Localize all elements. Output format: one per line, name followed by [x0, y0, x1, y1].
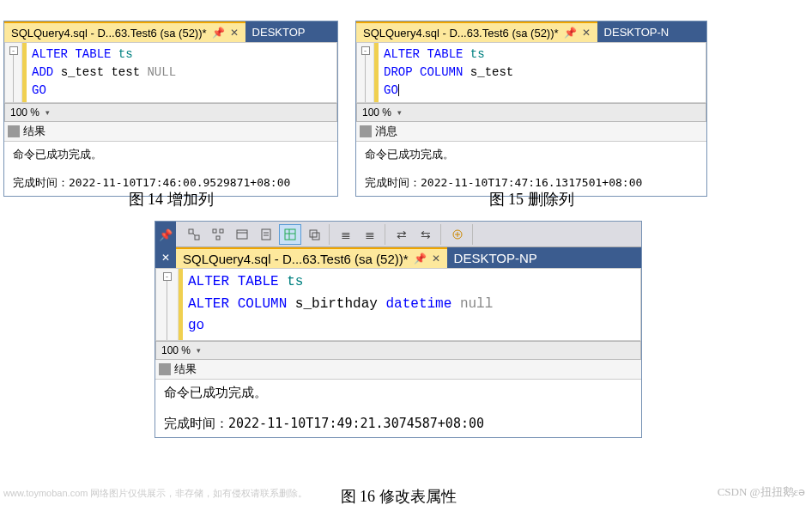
- message-text: 命令已成功完成。: [164, 385, 633, 401]
- zoom-control[interactable]: 100 % ▾: [357, 106, 409, 119]
- results-header: 消息: [356, 122, 706, 142]
- svg-rect-5: [216, 236, 220, 240]
- script-icon[interactable]: [255, 224, 277, 245]
- collapse-icon[interactable]: -: [163, 272, 172, 281]
- collapse-icon[interactable]: -: [361, 46, 370, 55]
- tab-active[interactable]: SQLQuery4.sql - D...63.Test6 (sa (52))* …: [356, 21, 597, 42]
- window-icon[interactable]: [231, 224, 253, 245]
- sql-editor[interactable]: - ALTER TABLE ts DROP COLUMN s_test GO: [356, 42, 706, 103]
- pin-icon[interactable]: 📌: [564, 27, 577, 39]
- tab-inactive[interactable]: DESKTOP-NP: [447, 247, 544, 268]
- results-icon: [8, 125, 20, 137]
- format2-icon[interactable]: ⇆: [415, 224, 437, 245]
- code-area[interactable]: ALTER TABLE ts ADD s_test test NULL GO: [27, 43, 181, 102]
- pin-icon[interactable]: 📌: [414, 252, 427, 265]
- code-area[interactable]: ALTER TABLE ts DROP COLUMN s_test GO: [379, 43, 518, 102]
- tab-title: SQLQuery4.sql - D...63.Test6 (sa (52))*: [183, 252, 409, 266]
- close-icon[interactable]: ✕: [432, 252, 440, 265]
- results-label[interactable]: 消息: [375, 124, 397, 139]
- time-value: 2022-11-10T17:49:21.3074587+08:00: [228, 416, 484, 431]
- tab-inactive[interactable]: DESKTOP-N: [597, 21, 676, 42]
- chevron-down-icon[interactable]: ▾: [395, 108, 403, 117]
- sql-editor[interactable]: - ALTER TABLE ts ALTER COLUMN s_birthday…: [155, 268, 641, 341]
- caption-1: 图 14 增加列: [3, 189, 338, 210]
- indent-right-icon[interactable]: ≣: [359, 224, 381, 245]
- close-icon[interactable]: ✕: [582, 27, 591, 39]
- pin-icon[interactable]: 📌: [212, 27, 225, 39]
- ssms-window-1: SQLQuery4.sql - D...63.Test6 (sa (52))* …: [3, 21, 338, 197]
- zoom-control[interactable]: 100 % ▾: [5, 106, 57, 119]
- pin-icon[interactable]: 📌: [155, 222, 176, 247]
- zoom-bar: 100 % ▾: [4, 103, 337, 122]
- svg-rect-3: [213, 229, 216, 233]
- format-icon[interactable]: ⇄: [391, 224, 413, 245]
- tab-active[interactable]: SQLQuery4.sql - D...63.Test6 (sa (52))* …: [176, 247, 447, 268]
- time-value: 2022-11-10T17:46:00.9529871+08:00: [69, 176, 290, 189]
- code-area[interactable]: ALTER TABLE ts ALTER COLUMN s_birthday d…: [183, 269, 498, 340]
- tab-title: SQLQuery4.sql - D...63.Test6 (sa (52))*: [363, 27, 559, 40]
- results-label[interactable]: 结果: [23, 124, 45, 139]
- watermark-right: CSDN @扭扭鹅εə: [718, 484, 805, 500]
- svg-rect-8: [262, 229, 270, 240]
- message-text: 命令已成功完成。: [365, 147, 698, 162]
- close-icon[interactable]: ✕: [230, 27, 239, 39]
- svg-line-2: [193, 234, 195, 235]
- svg-rect-1: [195, 235, 199, 240]
- time-value: 2022-11-10T17:47:16.1317501+08:00: [421, 176, 642, 189]
- chevron-down-icon[interactable]: ▾: [43, 108, 52, 117]
- zoom-bar: 100 % ▾: [155, 341, 641, 360]
- tab-title: SQLQuery4.sql - D...63.Test6 (sa (52))*: [11, 27, 207, 40]
- time-label: 完成时间：: [13, 176, 69, 189]
- svg-rect-4: [220, 229, 223, 233]
- editor-gutter[interactable]: -: [5, 43, 22, 102]
- ssms-window-2: SQLQuery4.sql - D...63.Test6 (sa (52))* …: [355, 21, 707, 197]
- schema-icon[interactable]: [207, 224, 229, 245]
- top-row: 📌 ≣ ≣ ⇄ ⇆: [155, 222, 641, 247]
- ssms-window-3: 📌 ≣ ≣ ⇄ ⇆ ✕ SQLQu: [155, 221, 642, 438]
- chevron-down-icon[interactable]: ▾: [194, 346, 203, 355]
- svg-rect-0: [189, 229, 193, 234]
- tabs-bar: SQLQuery4.sql - D...63.Test6 (sa (52))* …: [4, 21, 337, 42]
- results-header: 结果: [4, 122, 337, 142]
- copy-icon[interactable]: [303, 224, 325, 245]
- text-cursor: [398, 84, 399, 96]
- message-text: 命令已成功完成。: [13, 147, 329, 162]
- results-body: 命令已成功完成。 完成时间：2022-11-10T17:49:21.307458…: [155, 380, 641, 437]
- tab-active[interactable]: SQLQuery4.sql - D...63.Test6 (sa (52))* …: [4, 21, 245, 42]
- time-label: 完成时间：: [365, 176, 421, 189]
- collapse-icon[interactable]: -: [9, 46, 18, 55]
- indent-left-icon[interactable]: ≣: [335, 224, 357, 245]
- svg-rect-14: [310, 230, 317, 237]
- results-body: 命令已成功完成。 完成时间：2022-11-10T17:47:16.131750…: [356, 142, 706, 196]
- editor-gutter[interactable]: -: [156, 269, 179, 340]
- diagram-icon[interactable]: [183, 224, 205, 245]
- results-label[interactable]: 结果: [174, 362, 197, 377]
- sql-editor[interactable]: - ALTER TABLE ts ADD s_test test NULL GO: [4, 42, 337, 103]
- results-header: 结果: [155, 360, 641, 380]
- grid-icon[interactable]: [279, 224, 301, 245]
- tabs-bar: ✕ SQLQuery4.sql - D...63.Test6 (sa (52))…: [155, 247, 641, 268]
- results-icon: [159, 363, 171, 375]
- results-icon: [360, 125, 372, 137]
- tab-inactive[interactable]: DESKTOP: [245, 21, 312, 42]
- watermark-left: www.toymoban.com 网络图片仅供展示，非存储，如有侵权请联系删除。: [3, 487, 308, 500]
- svg-rect-6: [237, 230, 247, 239]
- results-body: 命令已成功完成。 完成时间：2022-11-10T17:46:00.952987…: [4, 142, 337, 196]
- toolbar: ≣ ≣ ⇄ ⇆: [176, 222, 641, 247]
- zoom-control[interactable]: 100 % ▾: [156, 344, 208, 356]
- close-panel-icon[interactable]: ✕: [155, 247, 176, 268]
- editor-gutter[interactable]: -: [357, 43, 374, 102]
- svg-rect-11: [285, 229, 295, 240]
- svg-rect-15: [312, 233, 319, 240]
- run-icon[interactable]: [446, 224, 469, 245]
- time-label: 完成时间：: [164, 416, 228, 430]
- caption-2: 图 15 删除列: [355, 189, 707, 210]
- tabs-bar: SQLQuery4.sql - D...63.Test6 (sa (52))* …: [356, 21, 706, 42]
- zoom-bar: 100 % ▾: [356, 103, 706, 122]
